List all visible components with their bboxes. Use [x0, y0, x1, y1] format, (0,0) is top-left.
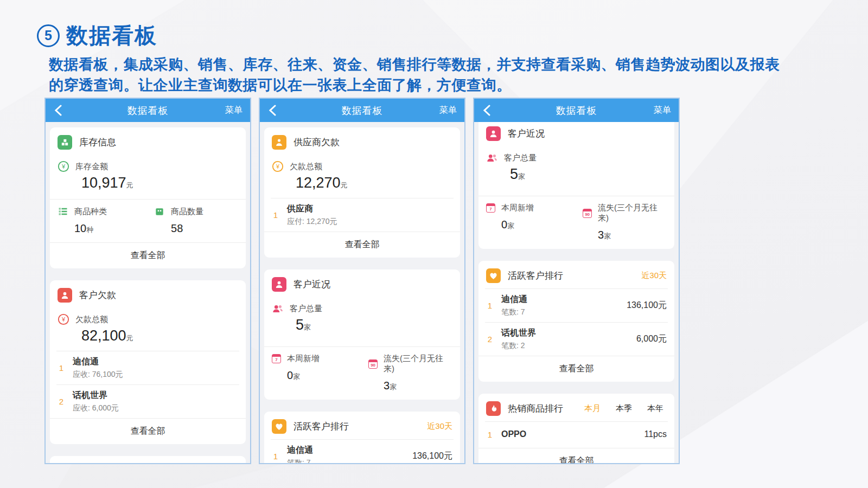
quantity-label: 商品数量 — [171, 207, 203, 217]
customer-person-icon — [58, 288, 72, 303]
customer-status-stats-row: 7 本周新增 0家 90 流失(三个月无往来) 3家 — [264, 346, 460, 400]
yen-circle-icon: ¥ — [272, 160, 284, 172]
phone-header: 数据看板 菜单 — [46, 99, 250, 122]
debtor-row[interactable]: 1 迪信通 应收: 76,100元 — [50, 351, 246, 384]
inventory-stats-row: 商品种类 10种 商品数量 58 — [50, 199, 246, 242]
active-rank-card: 活跃客户排行 近30天 1 迪信通 笔数: 7 136,100元 2 话机世界 … — [478, 261, 674, 382]
customer-debt-card-header: 客户欠款 — [50, 280, 246, 308]
quantity-col: 商品数量 58 — [154, 206, 238, 235]
category-unit: 种 — [86, 226, 93, 234]
phone-panel-1: 数据看板 菜单 库存信息 ¥ 库存金额 10,917元 — [44, 98, 251, 464]
debt-total-value: 12,270 — [296, 175, 341, 191]
debt-total-value: 82,100 — [81, 328, 126, 344]
lost-customers-col: 90 流失(三个月无往来) 3家 — [368, 354, 452, 392]
phone-header-title: 数据看板 — [260, 104, 464, 117]
active-rank-view-all-button[interactable]: 查看全部 — [478, 356, 674, 382]
hot-products-view-all-button[interactable]: 查看全部 — [478, 448, 674, 464]
supplier-debt-card-header: 供应商欠款 — [264, 127, 460, 155]
customer-status-card-title: 客户近况 — [293, 278, 330, 291]
new-customers-unit: 家 — [293, 373, 300, 381]
active-customer-detail: 笔数: 2 — [501, 341, 632, 351]
customer-status-card: 客户近况 客户总量 5家 7 本周新增 0家 — [264, 269, 460, 400]
menu-button[interactable]: 菜单 — [225, 105, 250, 116]
tab-this-quarter[interactable]: 本季 — [616, 403, 632, 414]
tab-this-year[interactable]: 本年 — [647, 403, 663, 414]
debtor-name: 话机世界 — [73, 390, 238, 401]
menu-button[interactable]: 菜单 — [439, 105, 464, 116]
hot-product-name: OPPO — [501, 429, 640, 439]
active-customer-row[interactable]: 1 迪信通 笔数: 7 136,100元 — [264, 440, 460, 464]
rank-number: 1 — [50, 363, 73, 373]
inventory-view-all-button[interactable]: 查看全部 — [50, 242, 246, 268]
description-line-1: 数据看板，集成采购、销售、库存、往来、资金、销售排行等数据，并支持查看采购、销售… — [49, 54, 846, 75]
customer-status-card-title: 客户近况 — [508, 127, 545, 140]
supplier-debt-card: 供应商欠款 ¥ 欠款总额 12,270元 1 供应商 应付: 12,270元 查… — [264, 127, 460, 258]
hot-products-card: 热销商品排行 本月 本季 本年 1 OPPO 11pcs 查看全部 — [478, 394, 674, 464]
debtor-row[interactable]: 2 话机世界 应收: 6,000元 — [50, 385, 246, 418]
customer-debt-card-title: 客户欠款 — [79, 289, 116, 301]
new-customers-label: 本周新增 — [501, 203, 534, 213]
yen-circle-icon: ¥ — [58, 160, 69, 172]
inventory-boxes-icon — [58, 135, 72, 150]
page-title: 数据看板 — [66, 21, 157, 50]
inventory-card-title: 库存信息 — [79, 136, 116, 149]
category-value: 10 — [74, 222, 86, 234]
calendar-90-icon: 90 — [583, 209, 592, 218]
customer-total-label: 客户总量 — [290, 304, 322, 314]
heart-icon — [486, 268, 501, 283]
circled-number: 5 — [37, 24, 60, 47]
lost-customers-label: 流失(三个月无往来) — [384, 354, 452, 374]
new-customers-label: 本周新增 — [287, 354, 320, 364]
rank-number: 1 — [478, 430, 501, 439]
lost-customers-value: 3 — [598, 229, 604, 241]
yen-circle-icon: ¥ — [58, 313, 69, 325]
hot-product-row[interactable]: 1 OPPO 11pcs — [478, 422, 674, 448]
customer-person-icon — [486, 126, 501, 141]
active-rank-card-header: 活跃客户排行 近30天 — [264, 412, 460, 439]
inventory-amount-unit: 元 — [126, 181, 133, 189]
rank-number: 1 — [264, 452, 287, 461]
period-label[interactable]: 近30天 — [641, 271, 667, 281]
active-customer-row[interactable]: 1 迪信通 笔数: 7 136,100元 — [478, 289, 674, 322]
calendar-7-icon: 7 — [272, 354, 281, 363]
inventory-amount-label: 库存金额 — [75, 162, 108, 172]
calendar-7-icon: 7 — [486, 203, 495, 213]
supplier-person-icon — [58, 464, 72, 464]
customer-status-card-header: 客户近况 — [264, 269, 460, 297]
active-customer-name: 迪信通 — [287, 445, 408, 456]
debtor-detail: 应收: 76,100元 — [73, 370, 238, 380]
supplier-debt-view-all-button[interactable]: 查看全部 — [264, 232, 460, 258]
debt-total-unit: 元 — [341, 181, 348, 189]
phone-header: 数据看板 菜单 — [474, 99, 679, 122]
active-customer-amount: 6,000元 — [636, 333, 667, 345]
calendar-90-icon: 90 — [368, 359, 378, 369]
people-icon — [486, 152, 498, 164]
menu-button[interactable]: 菜单 — [654, 105, 679, 116]
customer-status-card-header: 客户近况 — [478, 122, 674, 146]
customer-debt-view-all-button[interactable]: 查看全部 — [50, 418, 246, 444]
list-icon — [58, 206, 68, 217]
creditor-row[interactable]: 1 供应商 应付: 12,270元 — [264, 198, 460, 232]
new-customers-value: 0 — [287, 369, 293, 381]
customer-total-unit: 家 — [518, 172, 525, 181]
active-customer-row[interactable]: 2 话机世界 笔数: 2 6,000元 — [478, 323, 674, 356]
customer-total-metric: 客户总量 5家 — [264, 297, 460, 340]
period-tabs: 本月 本季 本年 — [584, 403, 667, 414]
customer-debt-total-metric: ¥ 欠款总额 82,100元 — [50, 308, 246, 351]
active-rank-card-header: 活跃客户排行 近30天 — [478, 261, 674, 288]
active-customer-detail: 笔数: 7 — [287, 458, 408, 464]
period-label[interactable]: 近30天 — [427, 421, 452, 432]
inventory-card-header: 库存信息 — [50, 127, 246, 155]
customer-status-stats-row: 7 本周新增 0家 90 流失(三个月无往来) 3家 — [478, 196, 674, 249]
supplier-debt-total-metric: ¥ 欠款总额 12,270元 — [264, 155, 460, 198]
active-customer-detail: 笔数: 7 — [501, 307, 622, 317]
inventory-amount-metric: ¥ 库存金额 10,917元 — [50, 155, 246, 192]
phone-header-title: 数据看板 — [46, 104, 250, 117]
tab-this-month[interactable]: 本月 — [584, 403, 601, 414]
active-customer-amount: 136,100元 — [627, 300, 667, 311]
customer-total-metric: 客户总量 5家 — [478, 146, 674, 189]
debtor-name: 迪信通 — [73, 356, 238, 368]
new-customers-value: 0 — [501, 219, 507, 230]
svg-text:¥: ¥ — [61, 316, 66, 323]
rank-number: 2 — [478, 335, 501, 344]
